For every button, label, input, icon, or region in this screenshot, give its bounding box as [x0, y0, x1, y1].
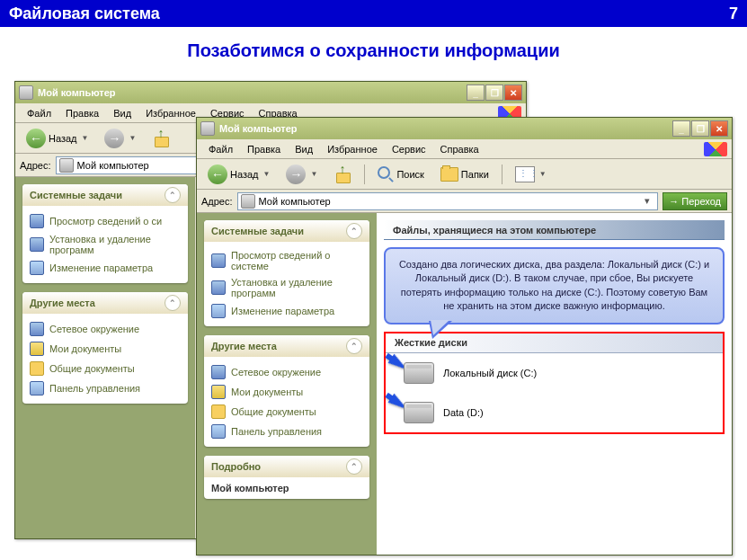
menu-edit[interactable]: Правка: [58, 106, 106, 120]
disk-label: Локальный диск (C:): [443, 368, 537, 378]
disk-d[interactable]: Data (D:): [386, 393, 723, 432]
hard-disks-section: Жесткие диски Локальный диск (C:) Data (…: [384, 332, 725, 434]
up-button[interactable]: [146, 127, 176, 150]
address-label: Адрес:: [20, 160, 51, 171]
menu-file[interactable]: Файл: [201, 142, 240, 156]
place-network[interactable]: Сетевое окружение: [30, 319, 181, 339]
folders-icon: [440, 167, 458, 182]
folders-button[interactable]: Папки: [434, 163, 495, 186]
programs-icon: [30, 237, 44, 252]
computer-icon: [241, 194, 255, 209]
collapse-icon[interactable]: ⌃: [165, 187, 181, 203]
menu-edit[interactable]: Правка: [240, 142, 288, 156]
collapse-icon[interactable]: ⌃: [165, 295, 181, 311]
folder-icon: [30, 361, 44, 376]
folder-up-icon: [152, 129, 170, 147]
info-icon: [30, 214, 44, 228]
panel-system-tasks: Системные задачи⌃ Просмотр сведений о си…: [22, 184, 188, 283]
place-mydocs[interactable]: Мои документы: [30, 339, 181, 359]
minimize-button[interactable]: _: [672, 120, 690, 137]
menu-help[interactable]: Справка: [433, 142, 486, 156]
back-button[interactable]: ← Назад ▼: [201, 163, 276, 186]
back-button[interactable]: ← Назад ▼: [20, 127, 94, 150]
computer-icon: [19, 85, 33, 100]
windows-logo-icon: [704, 142, 727, 156]
address-label: Адрес:: [201, 196, 233, 207]
hard-disk-icon: [404, 402, 434, 423]
task-change-setting[interactable]: Изменение параметра: [211, 301, 362, 321]
place-controlpanel[interactable]: Панель управления: [30, 378, 181, 398]
search-icon: [378, 166, 394, 182]
task-add-remove[interactable]: Установка и удаление программ: [30, 231, 181, 258]
chevron-down-icon: ▼: [310, 170, 317, 178]
programs-icon: [211, 280, 226, 295]
hard-disk-icon: [404, 362, 434, 384]
task-add-remove[interactable]: Установка и удаление программ: [211, 274, 362, 301]
network-icon: [211, 365, 226, 379]
collapse-icon[interactable]: ⌃: [346, 458, 362, 475]
computer-icon: [200, 121, 215, 136]
maximize-button[interactable]: ❐: [485, 84, 503, 101]
page-number: 7: [729, 4, 738, 23]
place-network[interactable]: Сетевое окружение: [211, 362, 362, 382]
task-system-info[interactable]: Просмотр сведений о системе: [211, 247, 362, 274]
folder-up-icon: [333, 165, 351, 183]
forward-button[interactable]: → ▼: [280, 163, 324, 186]
minimize-button[interactable]: _: [467, 84, 485, 101]
back-icon: ←: [26, 129, 46, 148]
collapse-icon[interactable]: ⌃: [346, 338, 362, 354]
explorer-window-front: Мой компьютер _ ❐ ✕ Файл Правка Вид Избр…: [196, 117, 733, 556]
details-name: Мой компьютер: [211, 483, 362, 493]
disk-label: Data (D:): [443, 407, 484, 418]
go-button[interactable]: →Переход: [663, 192, 727, 210]
collapse-icon[interactable]: ⌃: [346, 223, 362, 239]
computer-icon: [59, 158, 74, 173]
maximize-button[interactable]: ❐: [691, 120, 709, 137]
place-mydocs[interactable]: Мои документы: [211, 382, 362, 402]
up-button[interactable]: [327, 163, 358, 186]
documents-icon: [211, 385, 226, 399]
place-shareddocs[interactable]: Общие документы: [30, 359, 181, 378]
menu-view[interactable]: Вид: [288, 142, 320, 156]
window-title: Мой компьютер: [38, 87, 116, 98]
task-system-info[interactable]: Просмотр сведений о си: [30, 211, 181, 231]
menu-file[interactable]: Файл: [20, 106, 58, 120]
task-change-setting[interactable]: Изменение параметра: [30, 258, 181, 278]
files-section-heading: Файлы, хранящиеся на этом компьютере: [384, 220, 725, 240]
chevron-down-icon: ▼: [82, 134, 89, 142]
panel-other-places: Другие места⌃ Сетевое окружение Мои доку…: [204, 335, 369, 447]
documents-icon: [30, 342, 44, 356]
header-text: Файловая система: [9, 4, 160, 23]
disk-c[interactable]: Локальный диск (C:): [386, 353, 723, 393]
menu-favorites[interactable]: Избранное: [320, 142, 385, 156]
titlebar[interactable]: Мой компьютер _ ❐ ✕: [197, 118, 732, 139]
toolbar: ← Назад ▼ → ▼ Поиск Папки ▼: [197, 159, 732, 190]
views-button[interactable]: ▼: [509, 163, 553, 186]
chevron-down-icon[interactable]: ▾: [640, 195, 654, 207]
search-button[interactable]: Поиск: [371, 163, 430, 186]
slide-title: Позаботимся о сохранности информации: [0, 40, 747, 61]
address-input[interactable]: Мой компьютер ▾: [237, 192, 659, 210]
main-content: Файлы, хранящиеся на этом компьютере Соз…: [377, 213, 732, 555]
control-panel-icon: [211, 424, 226, 439]
panel-system-tasks: Системные задачи⌃ Просмотр сведений о си…: [204, 220, 369, 326]
info-icon: [211, 253, 226, 268]
tasks-sidebar: Системные задачи⌃ Просмотр сведений о си…: [197, 213, 377, 555]
forward-button[interactable]: → ▼: [98, 127, 142, 150]
close-button[interactable]: ✕: [504, 84, 522, 101]
menu-tools[interactable]: Сервис: [385, 142, 433, 156]
panel-other-places: Другие места⌃ Сетевое окружение Мои доку…: [22, 292, 188, 404]
slide-header: Файловая система 7: [0, 0, 747, 27]
menu-view[interactable]: Вид: [106, 106, 138, 120]
forward-icon: →: [286, 164, 306, 184]
info-callout: Создано два логических диска, два раздел…: [384, 247, 725, 324]
titlebar[interactable]: Мой компьютер _ ❐ ✕: [15, 82, 526, 103]
close-button[interactable]: ✕: [710, 120, 728, 137]
panel-details: Подробно⌃ Мой компьютер: [204, 456, 369, 499]
place-shareddocs[interactable]: Общие документы: [211, 402, 362, 422]
place-controlpanel[interactable]: Панель управления: [211, 422, 362, 441]
menu-favorites[interactable]: Избранное: [138, 106, 203, 120]
control-panel-icon: [30, 381, 44, 396]
address-bar: Адрес: Мой компьютер ▾ →Переход: [197, 190, 732, 213]
settings-icon: [30, 261, 44, 275]
